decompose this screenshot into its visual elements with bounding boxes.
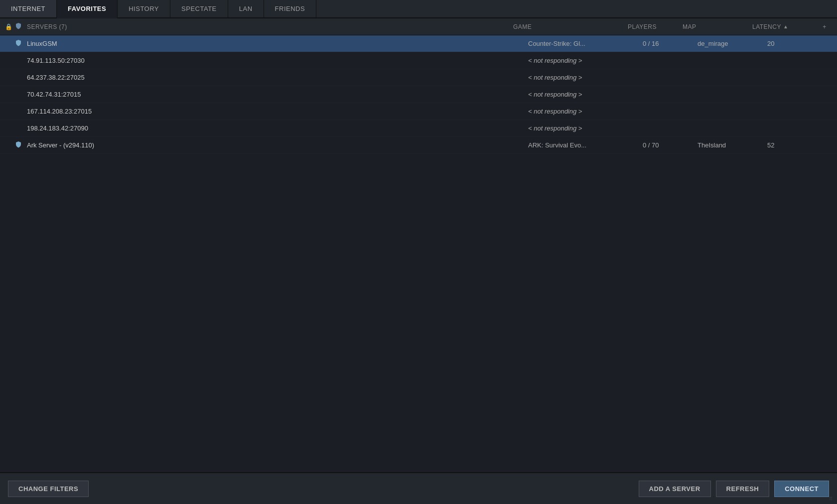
change-filters-button[interactable]: CHANGE FILTERS — [8, 481, 89, 497]
resize-handle[interactable]: ⠿ — [829, 496, 835, 502]
col-header-add[interactable]: + — [817, 23, 832, 30]
table-row[interactable]: 64.237.38.22:27025 < not responding > — [0, 69, 837, 86]
connect-button[interactable]: CONNECT — [774, 481, 829, 497]
row-latency: 52 — [767, 141, 832, 149]
vac-shield-header-icon — [15, 22, 22, 29]
add-server-button[interactable]: ADD A SERVER — [639, 481, 711, 497]
tab-history[interactable]: HISTORY — [118, 0, 170, 17]
row-game: ARK: Survival Evo... — [528, 141, 643, 149]
table-row[interactable]: Ark Server - (v294.110) ARK: Survival Ev… — [0, 137, 837, 154]
row-server-name: 70.42.74.31:27015 — [27, 91, 528, 98]
row-players: 0 / 16 — [643, 40, 698, 47]
tab-lan[interactable]: LAN — [228, 0, 264, 17]
row-latency: 20 — [767, 40, 832, 47]
row-game: < not responding > — [528, 108, 643, 115]
row-server-name: 74.91.113.50:27030 — [27, 57, 528, 64]
row-server-name: 167.114.208.23:27015 — [27, 108, 528, 115]
table-row[interactable]: 167.114.208.23:27015 < not responding > — [0, 103, 837, 120]
col-header-lock: 🔒 — [5, 23, 15, 30]
row-game: < not responding > — [528, 57, 643, 64]
col-header-map: MAP — [683, 23, 752, 30]
latency-label: LATENCY — [752, 23, 781, 30]
row-server-name: 198.24.183.42:27090 — [27, 125, 528, 132]
table-row[interactable]: LinuxGSM Counter-Strike: Gl... 0 / 16 de… — [0, 35, 837, 52]
bottom-bar: CHANGE FILTERS ADD A SERVER REFRESH CONN… — [0, 472, 837, 504]
row-vac — [15, 39, 27, 48]
row-game: < not responding > — [528, 91, 643, 98]
row-map: de_mirage — [698, 40, 767, 47]
col-header-name: SERVERS (7) — [27, 23, 513, 30]
row-game: < not responding > — [528, 74, 643, 81]
col-header-vac — [15, 22, 27, 31]
bottom-right-actions: ADD A SERVER REFRESH CONNECT — [639, 481, 829, 497]
row-game: Counter-Strike: Gl... — [528, 40, 643, 47]
server-list-main: 🔒 SERVERS (7) GAME PLAYERS MAP LATENCY ▲… — [0, 18, 837, 472]
row-server-name: LinuxGSM — [27, 40, 528, 47]
refresh-button[interactable]: REFRESH — [716, 481, 770, 497]
row-game: < not responding > — [528, 125, 643, 132]
table-header: 🔒 SERVERS (7) GAME PLAYERS MAP LATENCY ▲… — [0, 18, 837, 35]
sort-arrow-icon: ▲ — [783, 24, 788, 29]
row-players: 0 / 70 — [643, 141, 698, 149]
tab-bar: INTERNET FAVORITES HISTORY SPECTATE LAN … — [0, 0, 837, 18]
table-row[interactable]: 70.42.74.31:27015 < not responding > — [0, 86, 837, 103]
table-row[interactable]: 198.24.183.42:27090 < not responding > — [0, 120, 837, 137]
col-header-latency[interactable]: LATENCY ▲ — [752, 23, 817, 30]
row-vac — [15, 141, 27, 149]
col-header-game: GAME — [513, 23, 628, 30]
row-server-name: 64.237.38.22:27025 — [27, 74, 528, 81]
server-list-body: LinuxGSM Counter-Strike: Gl... 0 / 16 de… — [0, 35, 837, 472]
tab-internet[interactable]: INTERNET — [0, 0, 57, 17]
row-map: TheIsland — [698, 141, 767, 149]
bottom-left-actions: CHANGE FILTERS — [8, 481, 89, 497]
vac-shield-icon — [15, 141, 22, 148]
vac-shield-icon — [15, 39, 22, 46]
col-header-players: PLAYERS — [628, 23, 683, 30]
table-row[interactable]: 74.91.113.50:27030 < not responding > — [0, 52, 837, 69]
tab-spectate[interactable]: SPECTATE — [170, 0, 228, 17]
row-server-name: Ark Server - (v294.110) — [27, 141, 528, 149]
tab-favorites[interactable]: FAVORITES — [57, 0, 118, 18]
tab-friends[interactable]: FRIENDS — [264, 0, 317, 17]
